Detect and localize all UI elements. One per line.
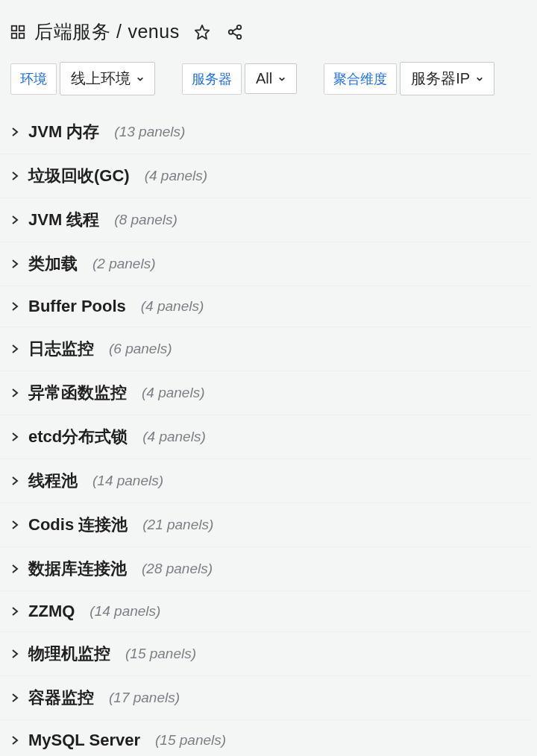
- panel-row-title: Codis 连接池: [28, 514, 128, 536]
- panel-row-count: (2 panels): [92, 256, 156, 272]
- panel-row-count: (13 panels): [114, 124, 185, 140]
- filter-select-env[interactable]: 线上环境: [60, 62, 155, 95]
- share-icon[interactable]: [224, 22, 245, 42]
- chevron-down-icon: [278, 75, 286, 83]
- panel-row[interactable]: 线程池 (14 panels): [0, 459, 531, 503]
- panel-row[interactable]: MySQL Server (15 panels): [0, 720, 531, 756]
- chevron-right-icon: [9, 343, 21, 355]
- chevron-right-icon: [9, 431, 21, 443]
- panel-row[interactable]: 垃圾回收(GC) (4 panels): [0, 154, 531, 198]
- svg-rect-0: [12, 25, 16, 30]
- panel-row-count: (4 panels): [141, 298, 204, 315]
- panel-row-title: 容器监控: [28, 687, 94, 709]
- filter-select-server[interactable]: All: [245, 63, 297, 94]
- panel-row[interactable]: 日志监控 (6 panels): [0, 327, 531, 371]
- panel-row-title: Buffer Pools: [28, 297, 126, 316]
- chevron-down-icon: [136, 75, 144, 83]
- filter-label-server: 服务器: [182, 63, 242, 95]
- panel-row-count: (4 panels): [145, 168, 208, 184]
- panel-row-count: (4 panels): [142, 385, 205, 401]
- filter-bar: 环境 线上环境 服务器 All 聚合维度 服务器IP: [0, 62, 537, 110]
- panel-row-title: ZZMQ: [28, 602, 75, 621]
- chevron-down-icon: [476, 75, 483, 83]
- chevron-right-icon: [9, 258, 21, 270]
- chevron-right-icon: [9, 387, 21, 399]
- svg-line-8: [233, 28, 237, 31]
- panel-row[interactable]: Codis 连接池 (21 panels): [0, 503, 531, 547]
- svg-marker-4: [195, 25, 209, 38]
- breadcrumb-name[interactable]: venus: [128, 21, 179, 42]
- panel-row-title: 类加载: [28, 253, 78, 275]
- filter-value-server: All: [256, 70, 272, 87]
- svg-point-6: [228, 30, 233, 34]
- chevron-right-icon: [9, 170, 21, 182]
- panel-row-count: (14 panels): [90, 603, 160, 620]
- filter-label-agg: 聚合维度: [324, 63, 397, 95]
- star-icon[interactable]: [192, 22, 213, 42]
- filter-group-env: 环境 线上环境: [10, 62, 155, 95]
- panel-rows: JVM 内存 (13 panels) 垃圾回收(GC) (4 panels) J…: [0, 110, 537, 756]
- chevron-right-icon: [9, 648, 21, 660]
- panel-row-count: (21 panels): [142, 517, 213, 533]
- panel-row-title: JVM 内存: [28, 121, 99, 143]
- panel-row[interactable]: 物理机监控 (15 panels): [0, 632, 531, 676]
- panel-row-title: MySQL Server: [28, 731, 140, 750]
- chevron-right-icon: [9, 734, 21, 746]
- filter-group-server: 服务器 All: [182, 63, 297, 95]
- panel-row[interactable]: JVM 线程 (8 panels): [0, 198, 531, 242]
- chevron-right-icon: [9, 605, 21, 617]
- svg-rect-1: [19, 25, 24, 30]
- panel-row-title: 数据库连接池: [28, 558, 127, 580]
- svg-line-9: [233, 33, 237, 36]
- panel-row-title: etcd分布式锁: [28, 426, 128, 448]
- panel-row-count: (14 panels): [92, 473, 163, 489]
- panel-row[interactable]: etcd分布式锁 (4 panels): [0, 415, 531, 459]
- chevron-right-icon: [9, 126, 21, 138]
- panel-row-count: (15 panels): [125, 646, 196, 662]
- panel-row-count: (8 panels): [114, 212, 178, 228]
- dashboard-header: 后端服务 / venus: [0, 0, 537, 62]
- filter-value-agg: 服务器IP: [411, 69, 470, 89]
- filter-label-env: 环境: [10, 63, 57, 95]
- panel-row[interactable]: 异常函数监控 (4 panels): [0, 371, 531, 415]
- panel-row-count: (15 panels): [155, 732, 226, 749]
- breadcrumb-separator: /: [116, 21, 122, 42]
- dashboard-grid-icon: [9, 23, 27, 41]
- svg-rect-2: [12, 33, 16, 37]
- breadcrumb-folder[interactable]: 后端服务: [34, 19, 110, 44]
- panel-row-count: (4 panels): [142, 429, 206, 445]
- panel-row-count: (6 panels): [109, 341, 172, 357]
- chevron-right-icon: [9, 475, 21, 487]
- panel-row-title: 异常函数监控: [28, 382, 127, 404]
- panel-row[interactable]: JVM 内存 (13 panels): [0, 110, 531, 154]
- panel-row-title: 物理机监控: [28, 643, 110, 665]
- filter-group-agg: 聚合维度 服务器IP: [324, 62, 494, 95]
- filter-value-env: 线上环境: [71, 69, 131, 89]
- panel-row[interactable]: Buffer Pools (4 panels): [0, 286, 531, 327]
- svg-point-7: [236, 34, 241, 38]
- panel-row-title: JVM 线程: [28, 209, 99, 231]
- panel-row[interactable]: 数据库连接池 (28 panels): [0, 547, 531, 591]
- chevron-right-icon: [9, 519, 21, 531]
- panel-row-count: (28 panels): [142, 561, 213, 577]
- panel-row[interactable]: 类加载 (2 panels): [0, 242, 531, 286]
- panel-row-count: (17 panels): [109, 690, 180, 706]
- panel-row[interactable]: ZZMQ (14 panels): [0, 591, 531, 632]
- chevron-right-icon: [9, 300, 21, 312]
- filter-select-agg[interactable]: 服务器IP: [400, 62, 494, 95]
- chevron-right-icon: [9, 214, 21, 226]
- svg-point-5: [236, 25, 241, 29]
- breadcrumb[interactable]: 后端服务 / venus: [34, 19, 180, 44]
- svg-rect-3: [19, 33, 24, 37]
- chevron-right-icon: [9, 692, 21, 704]
- panel-row-title: 垃圾回收(GC): [28, 165, 130, 187]
- panel-row-title: 日志监控: [28, 338, 94, 360]
- chevron-right-icon: [9, 563, 21, 575]
- panel-row[interactable]: 容器监控 (17 panels): [0, 676, 531, 720]
- panel-row-title: 线程池: [28, 470, 78, 492]
